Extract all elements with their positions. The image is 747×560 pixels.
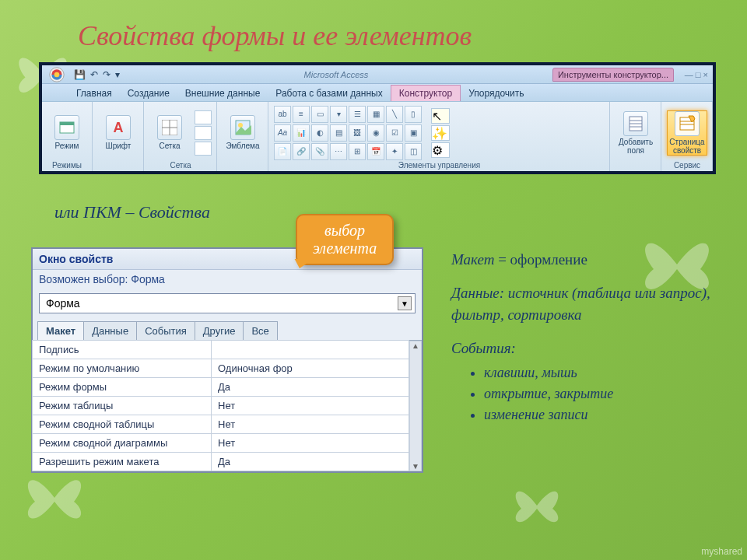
control-subform-icon[interactable]: ▦ [367,106,384,123]
grid-color-icon[interactable] [195,126,212,140]
callout-line2: элемента [313,240,377,257]
prop-name: Подпись [32,340,212,359]
property-tabs: Макет Данные События Другие Все [33,318,422,341]
activex-icon[interactable]: ⚙ [431,142,450,158]
ann-data-label: Данные: [451,285,508,301]
group-gridlines: Сетка Сетка [145,102,217,171]
group-tools-label: Сервис [667,161,707,171]
control-textbox-icon[interactable]: ab [274,106,291,123]
add-fields-label: Добавить поля [615,138,656,155]
tab-database-tools[interactable]: Работа с базами данных [268,86,390,101]
ribbon-body: Режим Режимы A Шрифт Сетка [42,101,713,171]
tab-create[interactable]: Создание [120,86,177,101]
prop-value[interactable]: Да [211,452,409,471]
contextual-tools-label: Инструменты конструктор... [552,68,674,82]
group-addfields-label [615,161,656,171]
control-frame-icon[interactable]: ▣ [405,124,422,142]
tab-external-data[interactable]: Внешние данные [177,86,268,101]
tab-home[interactable]: Главная [68,86,120,101]
undo-icon[interactable]: ↶ [90,69,98,80]
svg-point-8 [238,123,243,128]
ann-event-item: клавиши, мышь [484,362,731,383]
ann-layout-label: Макет [451,251,494,268]
app-title: Microsoft Access [120,70,552,79]
ann-event-item: изменение записи [484,404,731,425]
control-extra-icon[interactable]: ◫ [405,143,422,160]
window-controls[interactable]: — □ × [674,70,713,79]
group-logo-label [223,161,263,171]
tab-arrange[interactable]: Упорядочить [461,86,531,101]
svg-point-1 [54,72,60,77]
prop-value[interactable]: Нет [211,415,409,434]
group-grid-label: Сетка [149,161,212,171]
group-tools: Страница свойств Сервис [662,102,713,171]
callout-line1: выбор [313,222,377,240]
logo-button-label: Эмблема [226,142,260,150]
property-sheet-button[interactable]: Страница свойств [667,110,707,156]
add-fields-button[interactable]: Добавить поля [615,111,656,155]
control-date-icon[interactable]: 📅 [367,143,384,160]
grid-style-icon[interactable] [195,110,212,124]
controls-gallery[interactable]: ab ≡ ▭ ▾ ☰ ▦ ╲ ▯ Aa 📊 ◐ ▤ 🖼 ◉ ☑ ▣ 📄 [274,106,422,160]
tab-other[interactable]: Другие [195,321,244,340]
group-logo: Эмблема [218,102,268,171]
control-page-icon[interactable]: 📄 [274,143,291,160]
save-icon[interactable]: 💾 [74,69,86,80]
logo-button[interactable]: Эмблема [223,115,263,150]
control-link-icon[interactable]: 🔗 [293,143,310,160]
select-pointer-icon[interactable]: ↖ [431,108,450,124]
redo-icon[interactable]: ↷ [103,69,110,80]
control-label-icon[interactable]: ≡ [293,106,310,123]
prop-name: Режим сводной таблицы [32,415,212,434]
prop-value[interactable]: Да [211,377,409,397]
control-smart-icon[interactable]: ✦ [386,143,403,160]
chevron-down-icon[interactable]: ▼ [398,296,412,310]
group-controls: ab ≡ ▭ ▾ ☰ ▦ ╲ ▯ Aa 📊 ◐ ▤ 🖼 ◉ ☑ ▣ 📄 [269,102,610,171]
control-split-icon[interactable]: ⊞ [349,143,366,160]
prop-value[interactable]: Одиночная фор [211,359,409,378]
control-chart-icon[interactable]: 📊 [293,124,310,142]
prop-value[interactable] [211,340,409,359]
ribbon-window: 💾 ↶ ↷ ▾ Microsoft Access Инструменты кон… [39,62,716,174]
font-button[interactable]: A Шрифт [98,115,139,150]
control-option-icon[interactable]: ◉ [367,124,384,142]
control-att-icon[interactable]: 📎 [311,143,328,160]
tab-layout[interactable]: Макет [37,321,84,340]
control-rect-icon[interactable]: ▯ [405,106,422,123]
prop-value[interactable]: Нет [211,433,409,453]
control-list-icon[interactable]: ☰ [349,106,366,123]
tab-all[interactable]: Все [243,321,277,340]
control-aa-icon[interactable]: Aa [274,124,291,142]
subtitle-text: или ПКМ – Свойства [54,202,210,222]
prop-name: Режим сводной диаграммы [32,433,212,453]
control-button-icon[interactable]: ▭ [311,106,328,123]
prop-value[interactable]: Нет [211,396,409,415]
grid-width-icon[interactable] [195,142,212,156]
control-toggle-icon[interactable]: ◐ [311,124,328,142]
control-image-icon[interactable]: 🖼 [349,124,366,142]
property-grid: Подпись ▲▼ Режим по умолчанию Одиночная … [33,341,422,471]
tab-designer[interactable]: Конструктор [391,85,461,101]
office-button[interactable] [44,66,69,83]
control-line-icon[interactable]: ╲ [386,106,403,123]
watermark: myshared [701,546,742,557]
scrollbar[interactable]: ▲▼ [409,341,422,471]
control-more-icon[interactable]: ⋯ [330,143,347,160]
view-button-label: Режим [55,142,79,150]
control-tab-icon[interactable]: ▤ [330,124,347,142]
group-font: A Шрифт [93,102,144,171]
ann-event-item: открытие, закрытие [484,383,731,404]
control-combo-icon[interactable]: ▾ [330,106,347,123]
view-button[interactable]: Режим [47,115,87,150]
control-wizard-icon[interactable]: ✨ [431,125,450,141]
object-selector-dropdown[interactable]: Форма ▼ [39,293,416,313]
tab-events[interactable]: События [136,321,195,340]
tab-data[interactable]: Данные [83,321,137,340]
grid-button[interactable]: Сетка [149,115,190,150]
prop-name: Режим формы [32,377,212,397]
group-views-label: Режимы [47,161,87,171]
slide-title: Свойства формы и ее элементов [78,19,472,52]
ribbon-tabs: Главная Создание Внешние данные Работа с… [42,84,713,101]
prop-name: Разрешить режим макета [32,452,212,471]
control-check-icon[interactable]: ☑ [386,124,403,142]
